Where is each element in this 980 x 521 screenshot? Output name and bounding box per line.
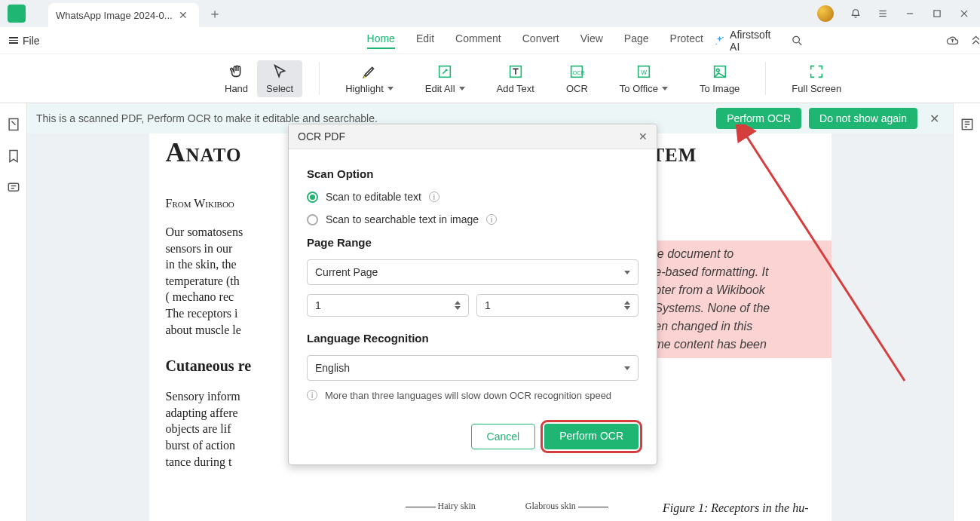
left-sidebar [0, 103, 27, 521]
page-range-select[interactable]: Current Page [307, 259, 639, 285]
tool-select[interactable]: Select [257, 60, 302, 97]
tool-highlight[interactable]: Highlight [336, 60, 403, 97]
modal-titlebar: OCR PDF ✕ [289, 124, 657, 149]
option-searchable-text[interactable]: Scan to searchable text in image i [307, 213, 639, 225]
tool-full-screen[interactable]: Full Screen [782, 60, 850, 97]
avatar[interactable] [817, 5, 834, 22]
perform-ocr-button[interactable]: Perform OCR [544, 424, 639, 449]
sparkle-icon [714, 35, 725, 47]
svg-rect-24 [8, 183, 18, 191]
add-text-icon [507, 63, 524, 80]
cursor-icon [271, 63, 288, 80]
info-icon[interactable]: i [429, 192, 439, 202]
to-image-icon [712, 63, 728, 80]
svg-rect-23 [9, 119, 18, 130]
opt1-label: Scan to editable text [326, 191, 421, 203]
svg-text:OCR: OCR [573, 69, 585, 75]
maximize-icon[interactable] [932, 8, 942, 19]
annotation-note: nple document to age-based formatting. I… [635, 241, 831, 358]
cancel-button[interactable]: Cancel [471, 424, 536, 449]
svg-point-22 [716, 69, 719, 72]
spinner-controls[interactable] [455, 301, 461, 310]
file-menu[interactable]: File [9, 35, 40, 47]
highlight-icon [361, 63, 378, 80]
figure-caption: Figure 1: Receptors in the hu- [663, 501, 809, 515]
chevron-down-icon [624, 271, 630, 274]
menubar: File Home Edit Comment Convert View Page… [0, 27, 980, 54]
page-range-value: Current Page [315, 266, 378, 278]
info-icon[interactable]: i [486, 214, 497, 225]
tool-hand[interactable]: Hand [216, 60, 257, 97]
app-logo[interactable] [8, 5, 26, 23]
svg-point-12 [715, 43, 717, 44]
minimize-icon[interactable] [905, 8, 915, 19]
radio-unchecked-icon [307, 214, 318, 225]
page-title-start: Anato [166, 137, 242, 167]
info-icon: i [307, 390, 317, 400]
to-office-icon: W [635, 63, 652, 80]
full-screen-icon [808, 63, 825, 80]
titlebar: WhatsApp Image 2024-0... ✕ ＋ [0, 0, 980, 27]
infobar-perform-ocr-button[interactable]: Perform OCR [716, 108, 801, 129]
option-editable-text[interactable]: Scan to editable text i [307, 191, 639, 203]
tool-to-image[interactable]: To Image [691, 60, 749, 97]
menu-tabs: Home Edit Comment Convert View Page Prot… [367, 32, 703, 49]
menu-icon[interactable] [877, 8, 888, 19]
tab-close-icon[interactable]: ✕ [179, 9, 188, 21]
ai-button[interactable]: Afirstsoft AI [714, 29, 780, 53]
radio-checked-icon [307, 192, 318, 203]
ocr-icon: OCR [568, 63, 585, 80]
tab-page[interactable]: Page [624, 32, 649, 49]
language-value: English [315, 362, 350, 374]
notification-icon[interactable] [850, 8, 861, 19]
page-range-heading: Page Range [307, 236, 639, 249]
bookmark-icon[interactable] [6, 149, 21, 164]
tab-home[interactable]: Home [367, 32, 395, 49]
comment-panel-icon[interactable] [6, 180, 21, 195]
chevron-down-icon [624, 366, 630, 370]
infobar-close-icon[interactable]: ✕ [925, 112, 944, 126]
tool-ocr[interactable]: OCR OCR [557, 60, 597, 97]
thumbnail-icon[interactable] [6, 117, 21, 132]
infobar-text: This is a scanned PDF, Perform OCR to ma… [36, 112, 378, 124]
ocr-modal: OCR PDF ✕ Scan Option Scan to editable t… [288, 124, 657, 465]
language-hint-text: More than three languages will slow down… [325, 390, 611, 401]
tab-edit[interactable]: Edit [416, 32, 434, 49]
opt2-label: Scan to searchable text in image [326, 213, 479, 225]
svg-text:W: W [641, 69, 647, 75]
new-tab-button[interactable]: ＋ [208, 5, 222, 23]
tab-view[interactable]: View [580, 32, 603, 49]
tool-edit-all[interactable]: Edit All [416, 60, 474, 97]
right-sidebar [953, 103, 980, 521]
tab-protect[interactable]: Protect [670, 32, 703, 49]
range-to-spinner[interactable]: 1 [476, 294, 639, 317]
tab-convert[interactable]: Convert [522, 32, 559, 49]
tab-comment[interactable]: Comment [455, 32, 501, 49]
document-tab[interactable]: WhatsApp Image 2024-0... ✕ [48, 3, 199, 27]
collapse-ribbon-icon[interactable] [969, 34, 980, 48]
language-heading: Language Recognition [307, 332, 639, 345]
cloud-icon[interactable] [946, 34, 959, 48]
properties-icon[interactable] [960, 117, 975, 132]
close-window-icon[interactable] [959, 8, 969, 19]
tool-add-text[interactable]: Add Text [488, 60, 544, 97]
tab-label: WhatsApp Image 2024-0... [56, 10, 173, 21]
scan-option-heading: Scan Option [307, 167, 639, 180]
hand-icon [228, 63, 245, 80]
modal-title-text: OCR PDF [298, 130, 345, 143]
svg-point-11 [722, 36, 724, 38]
svg-point-13 [793, 36, 800, 43]
language-select[interactable]: English [307, 355, 639, 381]
range-from-value: 1 [315, 299, 321, 311]
range-from-spinner[interactable]: 1 [307, 294, 469, 317]
figure-labels: Hairy skin Glabrous skin [406, 501, 632, 512]
toolbar: Hand Select Highlight Edit All Add Text … [0, 54, 980, 103]
infobar-dismiss-button[interactable]: Do not show again [809, 108, 917, 129]
search-icon[interactable] [791, 34, 804, 48]
edit-all-icon [436, 63, 453, 80]
spinner-controls[interactable] [624, 301, 630, 310]
ai-label: Afirstsoft AI [730, 29, 780, 53]
modal-close-icon[interactable]: ✕ [639, 130, 648, 143]
tool-to-office[interactable]: W To Office [611, 60, 677, 97]
svg-line-14 [799, 42, 802, 45]
